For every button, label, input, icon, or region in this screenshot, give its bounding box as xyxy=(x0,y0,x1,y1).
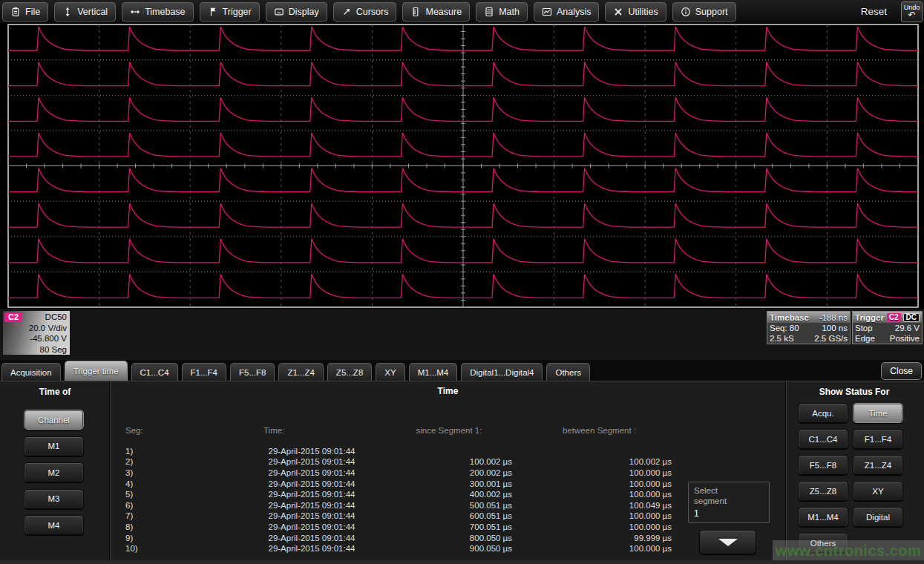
status-tab-bar: Acquisition Trigger time C1...C4 F1...F4… xyxy=(0,360,924,381)
status-acqu-button[interactable]: Acqu. xyxy=(798,403,848,423)
vertical-arrows-icon xyxy=(62,7,73,17)
cell-time: 29-April-2015 09:01:44 xyxy=(245,511,379,522)
menu-utilities-button[interactable]: Utilities xyxy=(605,2,666,22)
menu-analysis-button[interactable]: Analysis xyxy=(534,2,600,22)
info-icon xyxy=(681,7,691,17)
status-c1-c4-button[interactable]: C1...C4 xyxy=(798,429,848,449)
menu-display-button[interactable]: Display xyxy=(266,2,327,22)
cell-time: 29-April-2015 09:01:44 xyxy=(245,522,379,533)
cell-between: 100.049 µs xyxy=(520,500,679,511)
tab-f1-f4[interactable]: F1...F4 xyxy=(182,363,226,381)
timebase-rate: 2.5 GS/s xyxy=(814,333,848,344)
cell-between: 100.000 µs xyxy=(520,489,679,500)
table-row: 4)29-April-2015 09:01:44300.001 µs100.00… xyxy=(111,479,679,490)
undo-button[interactable]: Undo ↶ xyxy=(901,1,923,22)
status-digital-button[interactable]: Digital xyxy=(853,507,903,527)
channel-segments: 80 Seg xyxy=(3,344,67,355)
status-time-button[interactable]: Time xyxy=(853,403,903,423)
segment-decrement-button[interactable] xyxy=(699,530,756,554)
trigger-mode: Stop xyxy=(855,323,873,333)
waveform-display[interactable] xyxy=(0,23,924,309)
display-monitor-icon xyxy=(274,7,284,17)
cursor-arrow-icon xyxy=(341,7,352,17)
cell-time: 29-April-2015 09:01:44 xyxy=(245,479,379,490)
select-segment-value[interactable]: 1 xyxy=(689,508,769,519)
channel-descriptor[interactable]: C2 DC50 20.0 V/div -45.800 V 80 Seg xyxy=(3,311,70,355)
tab-z5-z8[interactable]: Z5...Z8 xyxy=(327,363,372,381)
tools-icon xyxy=(613,7,623,17)
table-header-row: Seg: Time: since Segment 1: between Segm… xyxy=(111,425,679,436)
menu-math-button[interactable]: Math xyxy=(476,2,528,22)
reset-button[interactable]: Reset xyxy=(856,5,895,18)
status-z1-z4-button[interactable]: Z1...Z4 xyxy=(853,455,903,475)
cell-seg: 3) xyxy=(111,468,245,479)
segment-waveform-grid xyxy=(0,23,924,309)
timebase-samples: 2.5 kS xyxy=(770,333,794,344)
timebase-seq: Seq: 80 xyxy=(770,323,799,333)
cell-between: 100.000 µs xyxy=(520,511,679,522)
cell-since: 500.051 µs xyxy=(379,500,520,511)
table-row: 2)29-April-2015 09:01:44100.002 µs100.00… xyxy=(111,456,679,468)
timebase-descriptor[interactable]: Timebase -188 ns Seq: 80 100 ns 2.5 kS 2… xyxy=(767,311,851,344)
cell-seg: 9) xyxy=(111,533,245,544)
trigger-flag-icon xyxy=(208,7,218,17)
trigger-descriptor[interactable]: Trigger C2 DC Stop 29.6 V Edge Positive xyxy=(852,311,923,344)
descriptor-bar: C2 DC50 20.0 V/div -45.800 V 80 Seg Time… xyxy=(0,309,924,360)
cell-seg: 2) xyxy=(111,456,245,468)
menu-measure-button[interactable]: Measure xyxy=(402,2,470,22)
cell-seg: 5) xyxy=(111,489,245,500)
horizontal-arrows-icon xyxy=(130,7,140,17)
menu-cursors-button[interactable]: Cursors xyxy=(333,2,397,22)
menu-label: Trigger xyxy=(223,7,252,17)
cell-time: 29-April-2015 09:01:44 xyxy=(245,543,379,554)
status-xy-button[interactable]: XY xyxy=(853,481,903,501)
cell-between: 100.000 µs xyxy=(520,468,679,479)
tab-m1-m4[interactable]: M1...M4 xyxy=(409,363,458,381)
col-header-between: between Segment : xyxy=(520,425,679,436)
status-z5-z8-button[interactable]: Z5...Z8 xyxy=(798,481,848,501)
status-f5-f8-button[interactable]: F5...F8 xyxy=(798,455,848,475)
trigger-title: Trigger xyxy=(855,313,884,322)
cell-time: 29-April-2015 09:01:44 xyxy=(245,446,379,457)
col-header-since: since Segment 1: xyxy=(379,425,520,436)
cell-time: 29-April-2015 09:01:44 xyxy=(245,456,379,468)
tab-others[interactable]: Others xyxy=(546,363,590,381)
tab-trigger-time[interactable]: Trigger time xyxy=(65,361,128,381)
timebase-title: Timebase xyxy=(770,313,809,322)
select-segment-box[interactable]: Select segment 1 xyxy=(688,482,770,523)
time-of-title: Time of xyxy=(0,387,110,397)
tab-digital1-digital4[interactable]: Digital1...Digital4 xyxy=(461,363,543,381)
menu-support-button[interactable]: Support xyxy=(672,2,736,22)
close-button[interactable]: Close xyxy=(881,362,922,380)
menu-file-button[interactable]: File xyxy=(2,2,48,22)
cell-seg: 7) xyxy=(111,511,245,522)
cell-since: 700.051 µs xyxy=(379,522,520,533)
table-row: 1)29-April-2015 09:01:44 xyxy=(111,446,679,457)
status-f1-f4-button[interactable]: F1...F4 xyxy=(853,429,903,449)
cell-between: 100.000 µs xyxy=(520,522,679,533)
trigger-source-badge: C2 xyxy=(887,313,901,322)
tab-z1-z4[interactable]: Z1...Z4 xyxy=(278,363,323,381)
tab-xy[interactable]: XY xyxy=(376,363,404,381)
cell-seg: 10) xyxy=(111,543,245,554)
tab-c1-c4[interactable]: C1...C4 xyxy=(131,363,178,381)
menu-trigger-button[interactable]: Trigger xyxy=(200,2,260,22)
cell-time: 29-April-2015 09:01:44 xyxy=(245,500,379,511)
select-segment-label: Select segment xyxy=(689,482,769,506)
trigger-time-panel: Time of Time Show Status For Channel M1 … xyxy=(0,381,924,560)
menu-vertical-button[interactable]: Vertical xyxy=(54,2,116,22)
cell-between: 100.000 µs xyxy=(520,479,679,490)
table-row: 8)29-April-2015 09:01:44700.051 µs100.00… xyxy=(111,522,679,533)
chart-icon xyxy=(542,7,552,17)
table-row: 6)29-April-2015 09:01:44500.051 µs100.04… xyxy=(111,500,679,511)
cell-since: 200.002 µs xyxy=(379,468,520,479)
cell-seg: 4) xyxy=(111,479,245,490)
cell-between: 100.000 µs xyxy=(520,543,679,554)
cell-time: 29-April-2015 09:01:44 xyxy=(245,489,379,500)
file-icon xyxy=(10,7,21,17)
tab-f5-f8[interactable]: F5...F8 xyxy=(230,363,275,381)
menu-timebase-button[interactable]: Timebase xyxy=(122,2,193,22)
panel-divider xyxy=(785,381,786,560)
status-m1-m4-button[interactable]: M1...M4 xyxy=(798,507,848,527)
tab-acquisition[interactable]: Acquisition xyxy=(1,363,61,381)
